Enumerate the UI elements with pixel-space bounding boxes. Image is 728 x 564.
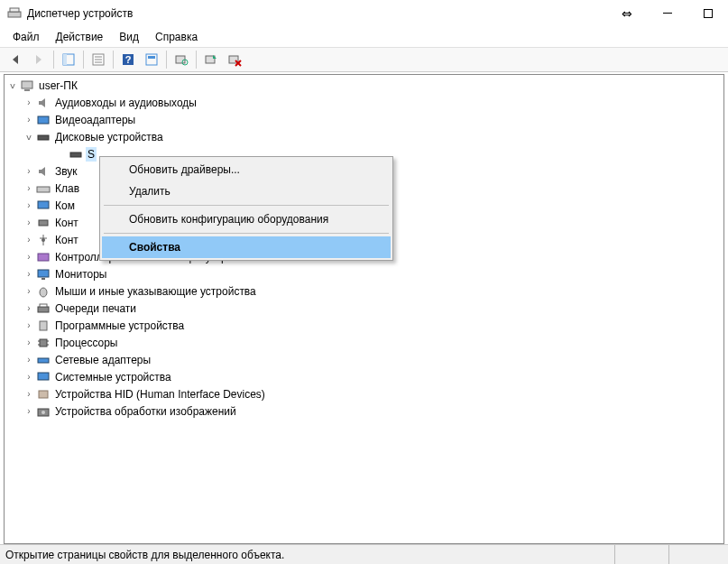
ctx-item-label: Обновить драйверы... — [129, 163, 240, 176]
expander-icon[interactable]: › — [23, 303, 35, 313]
display-adapter-icon — [36, 113, 51, 127]
tree-item-mouse[interactable]: › Мыши и иные указывающие устройства — [5, 282, 723, 300]
menu-action[interactable]: Действие — [49, 28, 111, 46]
expander-icon[interactable]: ⅴ — [6, 80, 19, 90]
tree-item-label: Конт — [53, 216, 80, 230]
printer-icon — [36, 301, 51, 316]
svg-rect-3 — [63, 54, 67, 65]
expander-icon[interactable]: › — [23, 97, 35, 107]
update-driver-button[interactable] — [200, 49, 222, 70]
svg-rect-20 — [38, 116, 49, 124]
maximize-button[interactable] — [687, 0, 728, 27]
monitor-icon — [36, 199, 51, 213]
scan-hardware-button[interactable] — [170, 49, 192, 70]
toolbar-separator — [53, 51, 54, 69]
show-hide-tree-button[interactable] — [58, 49, 79, 70]
tree-item-audio[interactable]: › Аудиовходы и аудиовыходы — [5, 94, 723, 111]
menu-file[interactable]: Файл — [5, 28, 47, 46]
tree-item-video[interactable]: › Видеоадаптеры — [5, 111, 723, 128]
tree-item-imaging[interactable]: › Устройства обработки изображений — [5, 402, 723, 420]
menu-help[interactable]: Справка — [148, 28, 205, 46]
disk-drive-icon — [69, 147, 83, 162]
titlebar-extra-button[interactable]: ⇔ — [606, 0, 647, 27]
expander-icon[interactable]: › — [23, 115, 35, 125]
software-device-icon — [36, 319, 51, 333]
tree-item-disk[interactable]: ⅴ Дисковые устройства — [5, 128, 723, 145]
forward-button[interactable] — [28, 49, 50, 70]
properties-button[interactable] — [88, 49, 109, 70]
expander-icon[interactable]: ⅴ — [23, 132, 35, 142]
svg-rect-24 — [38, 201, 49, 208]
ctx-update-driver[interactable]: Обновить драйверы... — [102, 159, 391, 180]
tree-root[interactable]: ⅴ user-ПК — [5, 77, 723, 94]
tree-item-label: Устройства обработки изображений — [53, 404, 238, 419]
svg-rect-41 — [38, 358, 49, 363]
ctx-scan-hardware[interactable]: Обновить конфигурацию оборудования — [102, 208, 391, 230]
ctx-delete[interactable]: Удалить — [102, 180, 391, 202]
expander-icon[interactable]: › — [23, 252, 35, 262]
toolbar: ? — [0, 47, 728, 72]
toolbar-separator — [166, 51, 167, 69]
menu-view[interactable]: Вид — [112, 28, 146, 46]
tree-item-label: Системные устройства — [53, 370, 173, 384]
expander-icon[interactable]: › — [23, 200, 35, 210]
help-button[interactable]: ? — [117, 49, 139, 70]
svg-rect-0 — [8, 12, 21, 17]
menubar: Файл Действие Вид Справка — [0, 27, 728, 47]
back-button[interactable] — [5, 49, 26, 70]
tree-item-label: Дисковые устройства — [53, 130, 165, 144]
svg-point-45 — [41, 411, 45, 414]
system-device-icon — [36, 370, 51, 384]
tree-item-label: Сетевые адаптеры — [53, 353, 152, 367]
svg-rect-34 — [40, 304, 47, 307]
computer-icon — [20, 79, 34, 93]
expander-icon[interactable]: › — [23, 406, 35, 416]
tree-item-label: Программные устройства — [53, 319, 186, 333]
disk-icon — [36, 130, 51, 144]
ctx-item-label: Свойства — [129, 241, 180, 254]
tree-item-label: Очереди печати — [53, 301, 138, 316]
tree-item-hid[interactable]: › Устройства HID (Human Interface Device… — [5, 385, 723, 402]
context-menu: Обновить драйверы... Удалить Обновить ко… — [99, 156, 393, 261]
ctx-properties[interactable]: Свойства — [102, 236, 391, 258]
expander-icon[interactable]: › — [23, 269, 35, 279]
processor-icon — [36, 336, 51, 350]
svg-text:?: ? — [125, 54, 132, 65]
mouse-icon — [36, 284, 51, 299]
expander-icon[interactable]: › — [23, 355, 35, 365]
tree-item-cpu[interactable]: › Процессоры — [5, 334, 723, 351]
svg-rect-1 — [10, 8, 19, 12]
titlebar: Диспетчер устройств ⇔ — [0, 0, 728, 27]
tree-item-software[interactable]: › Программные устройства — [5, 317, 723, 334]
tree-item-network[interactable]: › Сетевые адаптеры — [5, 351, 723, 368]
tree-item-system[interactable]: › Системные устройства — [5, 368, 723, 385]
svg-point-32 — [40, 288, 47, 297]
tree-item-label: Конт — [53, 233, 80, 247]
tree-item-label: Звук — [53, 164, 79, 179]
statusbar: Открытие страницы свойств для выделенног… — [0, 544, 728, 564]
expander-icon[interactable]: › — [23, 183, 35, 193]
minimize-button[interactable] — [647, 0, 687, 27]
expander-icon[interactable]: › — [23, 372, 35, 382]
svg-rect-29 — [38, 254, 49, 261]
svg-rect-19 — [24, 89, 30, 91]
tree-item-monitor[interactable]: › Мониторы — [5, 265, 723, 282]
expander-icon[interactable]: › — [23, 337, 35, 347]
uninstall-button[interactable] — [224, 49, 245, 70]
expander-icon[interactable]: › — [23, 320, 35, 330]
expander-icon[interactable]: › — [23, 166, 35, 176]
expander-icon[interactable]: › — [23, 235, 35, 245]
keyboard-icon — [36, 181, 51, 196]
toolbar-button[interactable] — [141, 49, 162, 70]
device-tree[interactable]: ⅴ user-ПК › Аудиовходы и аудиовыходы › В… — [4, 74, 724, 544]
ctx-separator — [104, 233, 389, 234]
device-manager-icon — [7, 6, 22, 21]
tree-item-label: user-ПК — [37, 79, 79, 93]
expander-icon[interactable]: › — [23, 389, 35, 399]
expander-icon[interactable]: › — [23, 217, 35, 227]
expander-icon[interactable]: › — [23, 286, 35, 296]
svg-rect-35 — [40, 321, 47, 330]
audio-icon — [36, 96, 51, 110]
toolbar-separator — [83, 51, 84, 69]
tree-item-print[interactable]: › Очереди печати — [5, 300, 723, 317]
